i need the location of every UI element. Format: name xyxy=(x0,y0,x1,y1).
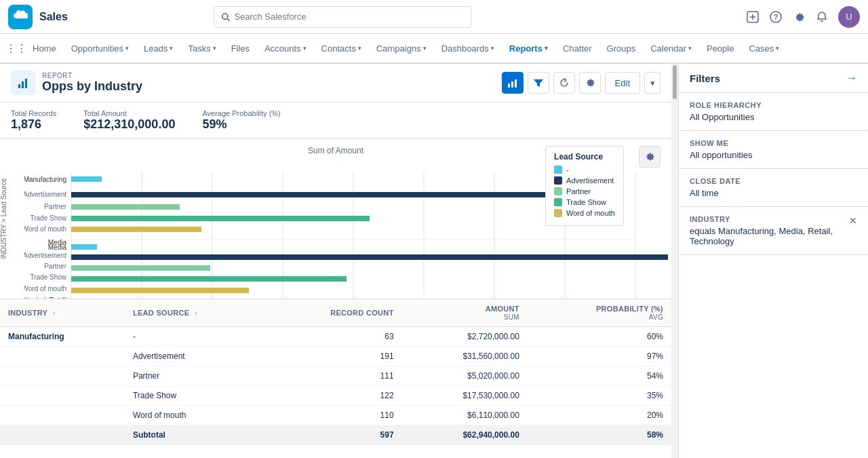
svg-rect-45 xyxy=(71,204,180,210)
report-header-left: REPORT Opps by Industry xyxy=(11,71,142,95)
nav-contacts[interactable]: Contacts▾ xyxy=(315,34,368,64)
svg-text:Advertisement: Advertisement xyxy=(24,191,66,198)
svg-text:Manufacturing: Manufacturing xyxy=(24,176,66,183)
edit-button[interactable]: Edit xyxy=(605,72,640,94)
svg-rect-52 xyxy=(71,265,210,271)
cell-record-count: 110 xyxy=(264,405,402,425)
filters-collapse-button[interactable]: → xyxy=(846,72,857,84)
data-table: INDUSTRY ↑ LEAD SOURCE ↑ RECORD COUNT AM… xyxy=(0,299,671,445)
filter-role-hierarchy: Role Hierarchy All Opportunities xyxy=(679,93,868,131)
refresh-button[interactable] xyxy=(553,72,575,94)
scrollbar[interactable] xyxy=(671,64,678,458)
nav-tasks[interactable]: Tasks▾ xyxy=(181,34,222,64)
search-input[interactable] xyxy=(234,12,464,22)
nav-accounts[interactable]: Accounts▾ xyxy=(258,34,313,64)
col-amount: AMOUNTSum xyxy=(402,299,528,327)
nav-cases[interactable]: Cases▾ xyxy=(742,34,786,64)
app-launcher-icon[interactable]: ⋮⋮ xyxy=(8,40,24,56)
svg-rect-54 xyxy=(71,288,249,293)
report-label: REPORT xyxy=(42,72,142,79)
legend-advertisement: Advertisement xyxy=(554,176,615,185)
table-row: Manufacturing - 63 $2,720,000.00 60% xyxy=(0,326,671,346)
filter-role-hierarchy-value: All Opportunities xyxy=(690,112,857,122)
svg-text:Partner: Partner xyxy=(44,263,66,270)
chart-legend: Lead Source - Advertisement Partner xyxy=(545,146,624,226)
y-axis-label: INDUSTRY > Lead Source xyxy=(0,178,7,259)
avatar[interactable]: U xyxy=(838,6,860,28)
cell-probability: 60% xyxy=(528,326,671,346)
nav-campaigns[interactable]: Campaigns▾ xyxy=(370,34,433,64)
filter-close-date: Close Date All time xyxy=(679,169,868,207)
filter-industry-label: Industry xyxy=(690,215,730,223)
add-icon[interactable] xyxy=(746,10,760,24)
filter-industry-header: Industry ✕ xyxy=(690,215,857,226)
table-row: Partner 111 $5,020,000.00 54% xyxy=(0,366,671,385)
nav-chatter[interactable]: Chatter xyxy=(556,34,599,64)
filters-header: Filters → xyxy=(679,64,868,93)
chart-toggle-button[interactable] xyxy=(502,72,524,94)
nav-opportunities[interactable]: Opportunities▾ xyxy=(64,34,136,64)
chart-area: Sum of Amount INDUSTRY > Lead Source xyxy=(0,139,671,299)
svg-rect-43 xyxy=(71,176,102,182)
col-lead-source[interactable]: LEAD SOURCE ↑ xyxy=(125,299,264,327)
filter-industry-close-button[interactable]: ✕ xyxy=(849,215,857,226)
scroll-thumb[interactable] xyxy=(673,65,677,99)
nav-home[interactable]: Home xyxy=(26,34,63,64)
report-title: Opps by Industry xyxy=(42,79,142,94)
subtotal-amount: $62,940,000.00 xyxy=(402,425,528,444)
cell-amount: $17,530,000.00 xyxy=(402,385,528,405)
svg-rect-8 xyxy=(22,81,24,88)
nav-reports[interactable]: Reports▾ xyxy=(502,34,555,64)
nav-leads[interactable]: Leads▾ xyxy=(137,34,180,64)
cell-amount: $5,020,000.00 xyxy=(402,366,528,385)
legend-dash: - xyxy=(554,166,615,174)
legend-color-partner xyxy=(554,187,562,195)
svg-rect-44 xyxy=(71,192,580,197)
legend-color-advertisement xyxy=(554,176,562,185)
settings-button[interactable] xyxy=(579,72,601,94)
nav-calendar[interactable]: Calendar▾ xyxy=(644,34,698,64)
salesforce-logo[interactable] xyxy=(8,5,33,29)
chart-settings-button[interactable] xyxy=(639,146,660,168)
gear-icon[interactable] xyxy=(792,10,806,24)
cell-amount: $31,560,000.00 xyxy=(402,346,528,366)
nav-people[interactable]: People xyxy=(700,34,741,64)
cell-probability: 20% xyxy=(528,405,671,425)
cell-record-count: 191 xyxy=(264,346,402,366)
search-bar[interactable] xyxy=(214,6,471,28)
col-industry[interactable]: INDUSTRY ↑ xyxy=(0,299,125,327)
report-meta: REPORT Opps by Industry xyxy=(42,72,142,94)
dropdown-button[interactable]: ▾ xyxy=(644,72,660,94)
nav-groups[interactable]: Groups xyxy=(600,34,643,64)
svg-line-1 xyxy=(227,18,229,20)
stat-total-records: Total Records 1,876 xyxy=(11,109,56,132)
table-row: Advertisement 191 $31,560,000.00 97% xyxy=(0,346,671,366)
svg-rect-50 xyxy=(71,244,97,250)
svg-rect-53 xyxy=(71,276,347,282)
bell-icon[interactable] xyxy=(815,10,829,24)
content-area: REPORT Opps by Industry xyxy=(0,64,868,458)
help-icon[interactable]: ? xyxy=(769,10,783,24)
legend-color-dash xyxy=(554,166,562,174)
svg-rect-47 xyxy=(71,227,201,232)
stat-avg-probability: Average Probability (%) 59% xyxy=(202,109,280,132)
svg-rect-51 xyxy=(71,254,668,260)
nav-files[interactable]: Files xyxy=(224,34,256,64)
svg-rect-46 xyxy=(71,216,370,221)
cell-record-count: 63 xyxy=(264,326,402,346)
subtotal-count: 597 xyxy=(264,425,402,444)
table-area: INDUSTRY ↑ LEAD SOURCE ↑ RECORD COUNT AM… xyxy=(0,299,671,459)
svg-rect-9 xyxy=(25,79,27,88)
svg-rect-11 xyxy=(511,81,513,88)
nav-dashboards[interactable]: Dashboards▾ xyxy=(435,34,501,64)
filter-button[interactable] xyxy=(528,72,549,94)
cell-lead-source: - xyxy=(125,326,264,346)
svg-text:Trade Show: Trade Show xyxy=(30,214,66,222)
cell-lead-source: Partner xyxy=(125,366,264,385)
filter-industry: Industry ✕ equals Manufacturing, Media, … xyxy=(679,207,868,255)
cell-record-count: 111 xyxy=(264,366,402,385)
col-record-count: RECORD COUNT xyxy=(264,299,402,327)
top-icons: ? U xyxy=(746,6,860,28)
filter-show-me-label: Show Me xyxy=(690,139,857,147)
table-row: Trade Show 122 $17,530,000.00 35% xyxy=(0,385,671,405)
